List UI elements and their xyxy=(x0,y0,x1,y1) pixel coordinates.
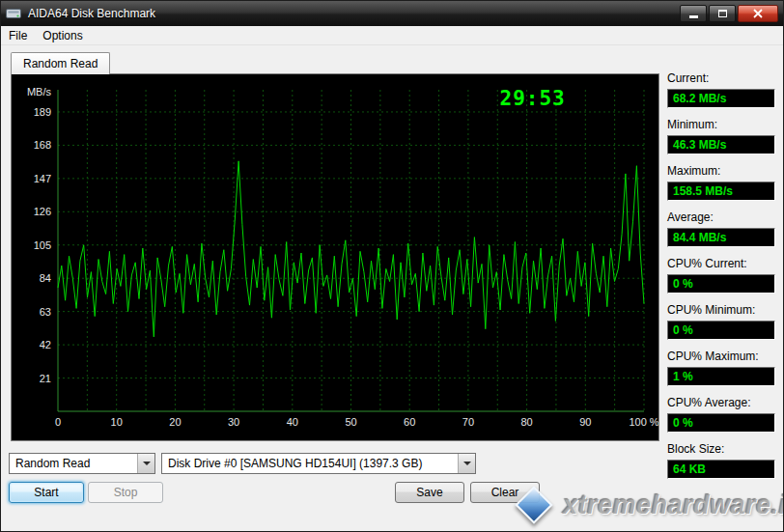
benchmark-chart: 21426384105126147168189MB/s0102030405060… xyxy=(12,74,658,440)
minimize-button[interactable] xyxy=(680,5,707,22)
stat-row-5: CPU% Minimum:0 % xyxy=(667,303,775,340)
minimize-icon xyxy=(689,15,698,18)
stat-row-1: Minimum:46.3 MB/s xyxy=(667,118,775,154)
stat-row-6: CPU% Maximum:1 % xyxy=(667,350,775,386)
svg-text:100 %: 100 % xyxy=(629,416,658,428)
tab-label: Random Read xyxy=(23,57,98,70)
svg-text:147: 147 xyxy=(34,173,51,184)
window-title: AIDA64 Disk Benchmark xyxy=(28,7,678,20)
stat-label: CPU% Current: xyxy=(667,257,775,272)
drive-combobox[interactable]: Disk Drive #0 [SAMSUNG HD154UI] (1397.3 … xyxy=(161,453,476,474)
save-button[interactable]: Save xyxy=(395,482,464,503)
menu-item-file[interactable]: File xyxy=(1,27,35,44)
drive-value: Disk Drive #0 [SAMSUNG HD154UI] (1397.3 … xyxy=(162,454,458,473)
drive-dropdown-button[interactable] xyxy=(458,454,475,473)
stat-label: CPU% Maximum: xyxy=(667,350,775,365)
svg-text:189: 189 xyxy=(34,106,51,118)
svg-text:50: 50 xyxy=(345,416,356,428)
close-icon xyxy=(753,9,763,18)
stat-value-box: 1 % xyxy=(667,367,775,386)
test-type-combobox[interactable]: Random Read xyxy=(9,453,155,474)
test-type-value: Random Read xyxy=(10,454,137,473)
svg-text:60: 60 xyxy=(404,416,415,428)
stat-label: CPU% Average: xyxy=(667,396,775,411)
stat-value-box: 46.3 MB/s xyxy=(667,135,775,154)
svg-text:30: 30 xyxy=(228,416,239,428)
svg-text:0: 0 xyxy=(55,416,61,428)
stat-label: CPU% Minimum: xyxy=(667,303,775,319)
stat-value-box: 0 % xyxy=(667,274,775,294)
svg-text:MB/s: MB/s xyxy=(27,86,52,98)
menu-item-options[interactable]: Options xyxy=(35,27,90,44)
close-button[interactable] xyxy=(738,5,778,22)
svg-text:40: 40 xyxy=(287,416,298,428)
svg-text:90: 90 xyxy=(579,416,591,428)
stat-row-4: CPU% Current:0 % xyxy=(667,257,775,294)
tab-random-read[interactable]: Random Read xyxy=(11,52,110,74)
maximize-button[interactable] xyxy=(709,5,736,22)
svg-text:126: 126 xyxy=(34,206,51,217)
stat-value-box: 64 KB xyxy=(667,460,775,479)
start-button[interactable]: Start xyxy=(9,482,84,503)
svg-text:80: 80 xyxy=(520,416,532,428)
chart-panel: 21426384105126147168189MB/s0102030405060… xyxy=(11,73,659,441)
stat-value-box: 0 % xyxy=(667,413,775,433)
stat-value-box: 68.2 MB/s xyxy=(667,89,775,108)
svg-text:42: 42 xyxy=(40,339,51,350)
stat-row-0: Current:68.2 MB/s xyxy=(667,71,775,108)
chevron-down-icon xyxy=(463,462,471,465)
svg-text:105: 105 xyxy=(34,239,51,251)
elapsed-time: 29:53 xyxy=(500,87,566,110)
stat-value-box: 84.4 MB/s xyxy=(667,228,775,247)
menubar: File Options xyxy=(1,26,783,45)
stat-value-box: 0 % xyxy=(667,321,775,340)
maximize-icon xyxy=(718,10,727,17)
disk-drive-icon xyxy=(6,6,23,21)
stat-row-7: CPU% Average:0 % xyxy=(667,396,775,433)
svg-text:84: 84 xyxy=(40,272,51,284)
stat-label: Maximum: xyxy=(667,164,775,180)
stat-label: Current: xyxy=(667,71,775,87)
stat-label: Average: xyxy=(667,210,775,226)
test-type-dropdown-button[interactable] xyxy=(137,454,154,473)
stop-button[interactable]: Stop xyxy=(88,482,163,503)
watermark-text: xtremehardware.it xyxy=(563,490,784,520)
stat-row-3: Average:84.4 MB/s xyxy=(667,210,775,247)
stat-value-box: 158.5 MB/s xyxy=(667,182,775,201)
stat-row-8: Block Size:64 KB xyxy=(667,442,775,479)
stat-row-2: Maximum:158.5 MB/s xyxy=(667,164,775,201)
svg-text:10: 10 xyxy=(111,416,123,428)
svg-text:21: 21 xyxy=(40,373,51,384)
stat-label: Minimum: xyxy=(667,118,775,133)
stat-label: Block Size: xyxy=(667,442,775,458)
svg-text:20: 20 xyxy=(169,416,181,428)
clear-button[interactable]: Clear xyxy=(470,482,540,503)
chevron-down-icon xyxy=(143,462,151,465)
stats-panel: Current:68.2 MB/sMinimum:46.3 MB/sMaximu… xyxy=(667,71,775,489)
svg-text:168: 168 xyxy=(34,139,51,151)
titlebar[interactable]: AIDA64 Disk Benchmark xyxy=(1,1,783,26)
svg-text:63: 63 xyxy=(40,306,51,318)
svg-text:70: 70 xyxy=(462,416,474,428)
aida64-disk-benchmark-window: AIDA64 Disk Benchmark File Options Rando… xyxy=(0,0,784,532)
